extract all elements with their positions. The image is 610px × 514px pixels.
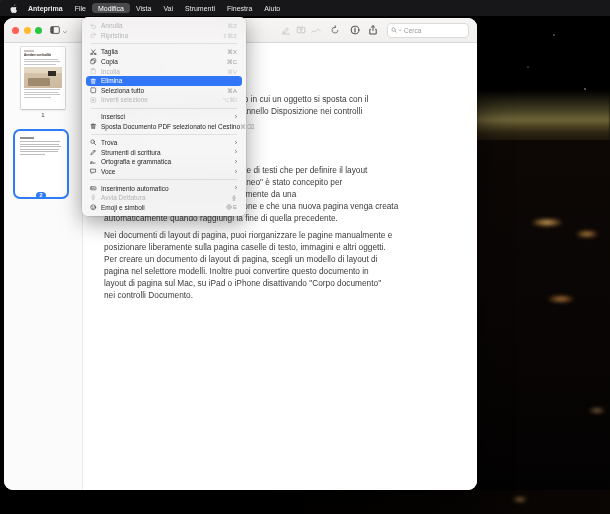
thumbnail-sidebar: Arredare con facilità 1 — [4, 43, 83, 490]
menubar-item-vista[interactable]: Vista — [130, 3, 157, 13]
clipboard-icon — [90, 68, 98, 75]
menu-item-incolla[interactable]: Incolla⌘V — [86, 66, 242, 76]
rotate-icon[interactable] — [330, 25, 340, 35]
emoji-icon — [90, 204, 98, 211]
submenu-arrow-icon: › — [235, 159, 237, 165]
city-glow — [512, 497, 528, 502]
menu-item-label: Strumenti di scrittura — [101, 149, 161, 156]
menu-item-label: Taglia — [101, 48, 118, 55]
menu-item-label: Ortografia e grammatica — [101, 158, 171, 165]
mic-icon — [90, 194, 98, 201]
menu-item-label: Inverti selezione — [101, 96, 148, 103]
magnifier-icon — [90, 139, 98, 146]
submenu-arrow-icon: › — [235, 114, 237, 120]
menu-item-shortcut: ⇧⌘Z — [222, 32, 237, 39]
menu-item-shortcut: ⌥⌘I — [222, 96, 237, 103]
trash-icon — [90, 78, 98, 85]
info-icon[interactable] — [350, 25, 360, 35]
menubar-item-file[interactable]: File — [69, 3, 92, 13]
page-1-number: 1 — [4, 112, 82, 118]
menu-item-ripristina[interactable]: Ripristina⇧⌘Z — [86, 31, 242, 41]
menu-separator — [91, 134, 237, 135]
submenu-arrow-icon: › — [235, 149, 237, 155]
trash-icon — [90, 123, 98, 130]
menu-item-label: Annulla — [101, 22, 123, 29]
page-1-thumbnail[interactable]: Arredare con facilità — [21, 47, 65, 109]
menu-item-label: Emoji e simboli — [101, 204, 145, 211]
city-glow — [588, 408, 606, 413]
autofill-icon — [90, 185, 98, 192]
menubar-item-finestra[interactable]: Finestra — [221, 3, 258, 13]
menu-item-seleziona-tutto[interactable]: Seleziona tutto⌘A — [86, 86, 242, 96]
menu-item-emoji-e-simboli[interactable]: Emoji e simboliE — [86, 203, 242, 213]
mic-key-icon — [231, 195, 237, 201]
menubar-item-strumenti[interactable]: Strumenti — [179, 3, 221, 13]
menu-item-ortografia-e-grammatica[interactable]: AbcOrtografia e grammatica› — [86, 157, 242, 167]
speech-icon — [90, 168, 98, 175]
copy-icon — [90, 58, 98, 65]
document-text-line: pagina nel selettore modelli. Inoltre pu… — [104, 265, 459, 277]
globe-icon — [226, 204, 232, 210]
zoom-button[interactable] — [35, 27, 42, 34]
menu-item-label: Incolla — [101, 68, 120, 75]
menu-item-taglia[interactable]: Taglia⌘X — [86, 47, 242, 57]
menu-item-label: Sposta Documento PDF selezionato nel Ces… — [101, 123, 240, 130]
menu-item-shortcut: E — [226, 204, 237, 210]
menu-item-label: Seleziona tutto — [101, 87, 144, 94]
close-button[interactable] — [12, 27, 19, 34]
menu-item-voce[interactable]: Voce› — [86, 167, 242, 177]
page-2-number-badge: 2 — [36, 192, 46, 200]
document-text-line: layout di pagina sul Mac, su iPad o iPho… — [104, 277, 459, 289]
menu-item-shortcut: ⌘Z — [227, 22, 237, 29]
menu-item-inserimento-automatico[interactable]: Inserimento automatico› — [86, 183, 242, 193]
menu-item-annulla[interactable]: Annulla⌘Z — [86, 21, 242, 31]
invert-selection-icon — [90, 97, 98, 104]
menu-item-shortcut — [231, 195, 237, 201]
menu-item-sposta-documento-pdf-selezionato-nel-cestino[interactable]: Sposta Documento PDF selezionato nel Ces… — [86, 121, 242, 131]
menu-item-label: Avvia Dettatura — [101, 194, 145, 201]
abc-icon: Abc — [90, 159, 98, 166]
chevron-down-icon — [62, 21, 68, 39]
menubar-item-vai[interactable]: Vai — [157, 3, 179, 13]
menu-item-inserisci[interactable]: Inserisci› — [86, 112, 242, 122]
menu-item-shortcut: ⌘A — [227, 87, 237, 94]
redo-icon — [90, 32, 98, 39]
menu-item-label: Ripristina — [101, 32, 128, 39]
menubar-item-modifica[interactable]: Modifica — [92, 3, 130, 13]
menu-item-label: Elimina — [101, 77, 122, 84]
city-glow — [548, 296, 574, 302]
edit-menu-dropdown: Annulla⌘ZRipristina⇧⌘ZTaglia⌘XCopia⌘CInc… — [82, 17, 246, 216]
menu-item-inverti-selezione[interactable]: Inverti selezione⌥⌘I — [86, 95, 242, 105]
earth-night-surface-bottom — [180, 490, 610, 514]
page-1-thumbnail-title: Arredare con facilità — [24, 54, 62, 58]
page-2-thumbnail-selected[interactable]: 2 — [13, 129, 69, 199]
traffic-lights — [12, 27, 42, 34]
menubar-item-anteprima[interactable]: Anteprima — [22, 3, 69, 13]
city-glow — [576, 231, 598, 237]
menu-item-label: Inserimento automatico — [101, 185, 169, 192]
menu-item-shortcut: ⌘⌫ — [240, 123, 254, 130]
menu-item-elimina[interactable]: Elimina — [86, 76, 242, 86]
menu-item-label: Voce — [101, 168, 115, 175]
menu-item-shortcut: ⌘V — [227, 68, 237, 75]
menu-item-trova[interactable]: Trova› — [86, 138, 242, 148]
document-text-line: posizionare liberamente sulla pagina cas… — [104, 241, 459, 253]
menu-item-copia[interactable]: Copia⌘C — [86, 57, 242, 67]
search-field[interactable] — [387, 23, 469, 38]
menu-item-label: Inserisci — [101, 113, 125, 120]
menu-item-avvia-dettatura[interactable]: Avvia Dettatura — [86, 193, 242, 203]
apple-logo-icon[interactable] — [9, 3, 18, 14]
menu-item-strumenti-di-scrittura[interactable]: Strumenti di scrittura› — [86, 148, 242, 158]
select-all-icon — [90, 87, 98, 94]
text-box-icon — [296, 25, 306, 35]
share-icon[interactable] — [368, 25, 378, 35]
menu-separator — [91, 43, 237, 44]
minimize-button[interactable] — [24, 27, 31, 34]
highlighter-icon — [281, 25, 291, 35]
sidebar-toggle-button[interactable] — [50, 21, 68, 39]
sidebar-icon — [50, 25, 60, 35]
menubar-item-aiuto[interactable]: Aiuto — [258, 3, 286, 13]
city-glow — [532, 219, 562, 226]
submenu-arrow-icon: › — [235, 169, 237, 175]
search-input[interactable] — [402, 27, 465, 34]
